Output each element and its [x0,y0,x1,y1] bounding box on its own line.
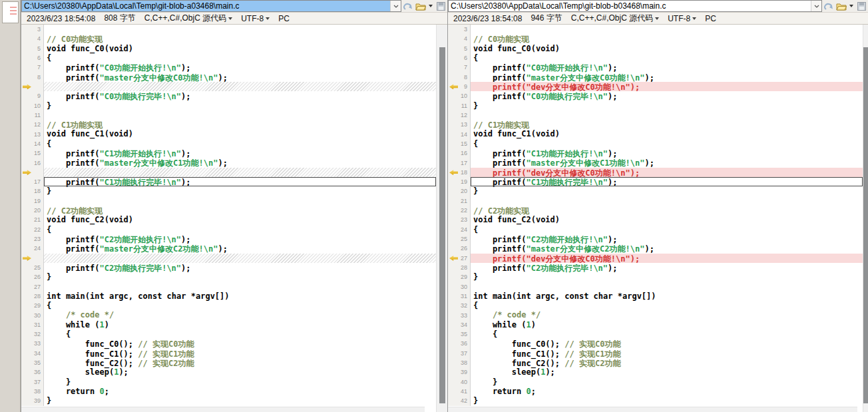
code-line[interactable]: 32{ [448,301,863,310]
left-path-combobox[interactable]: C:\Users\20380\AppData\Local\Temp\git-bl… [21,0,401,12]
code-line[interactable]: 37 } [21,377,436,387]
left-path-dropdown-button[interactable] [390,1,401,11]
code-line[interactable]: 10 printf("C0功能执行完毕!\n"); [448,91,863,101]
right-filetype-dropdown[interactable]: C,C++,C#,ObjC 源代码 [571,13,659,24]
left-code-editor[interactable]: 34// C0功能实现5void func_C0(void)6{7 printf… [21,25,436,412]
code-line[interactable]: 8 printf("master分支中修改C0功能!\n"); [21,73,436,82]
code-line[interactable]: 39 sleep(1); [448,367,863,377]
code-line[interactable]: 11} [448,101,863,110]
code-line[interactable]: 26} [21,272,436,282]
alignment-gap-row[interactable] [21,82,436,91]
code-line[interactable]: 26 printf("master分支中修改C2功能!\n"); [448,244,863,253]
code-line[interactable]: 42} [448,396,863,405]
code-line[interactable]: 21void func_C2(void) [21,215,436,224]
code-line[interactable]: 15{ [448,139,863,148]
swap-panes-button[interactable] [403,1,413,11]
alignment-gap-row[interactable] [21,254,436,263]
right-horizontal-scrollbar[interactable] [448,407,857,412]
right-path-combobox[interactable]: C:\Users\20380\AppData\Local\Temp\git-bl… [448,0,822,12]
code-line[interactable]: 40 } [448,377,863,387]
code-line[interactable]: 29{ [21,301,436,310]
code-line[interactable]: 3 [448,25,863,34]
code-line[interactable]: 27 [21,282,436,291]
swap-panes-button[interactable] [823,1,834,11]
code-line[interactable]: 35 { [448,329,863,339]
browse-file-button[interactable] [836,1,847,11]
code-line[interactable]: 6{ [448,53,863,63]
code-line[interactable]: 15 printf("C1功能开始执行!\n"); [21,148,436,158]
save-file-button[interactable] [435,1,446,11]
right-path-dropdown-button[interactable] [811,1,821,11]
minimap-diff-mark[interactable] [10,7,17,8]
code-line[interactable]: 24 printf("master分支中修改C2功能!\n"); [21,244,436,253]
code-line[interactable]: 23void func_C2(void) [448,215,863,224]
code-line[interactable]: 14{ [21,139,436,148]
browse-menu-button[interactable] [849,1,854,11]
code-line[interactable]: 18} [21,186,436,196]
code-line[interactable]: 16 printf("C1功能开始执行!\n"); [448,148,863,158]
code-line[interactable]: 28 printf("C2功能执行完毕!\n"); [448,263,863,272]
code-line[interactable]: 25 printf("C2功能执行完毕!\n"); [21,263,436,272]
code-line[interactable]: 28int main(int argc, const char *argv[]) [21,292,436,301]
minimap-diff-mark[interactable] [10,10,17,11]
browse-menu-button[interactable] [428,1,433,11]
right-file-path[interactable]: C:\Users\20380\AppData\Local\Temp\git-bl… [449,1,811,11]
code-line[interactable]: 5void func_C0(void) [448,44,863,53]
code-line[interactable]: 13void func_C1(void) [21,129,436,138]
code-line[interactable]: 22// C2功能实现 [448,206,863,215]
left-encoding-dropdown[interactable]: UTF-8 [241,14,270,23]
left-file-path[interactable]: C:\Users\20380\AppData\Local\Temp\git-bl… [22,1,390,11]
diff-line[interactable]: 18 printf("dev分支中修改C0功能!\n"); [448,168,863,177]
code-line[interactable]: 11 [21,110,436,120]
code-line[interactable]: 17 printf("C1功能执行完毕!\n"); [21,177,436,186]
browse-file-button[interactable] [415,1,426,11]
code-line[interactable]: 10} [21,101,436,110]
code-line[interactable]: 19 [21,196,436,206]
diff-line[interactable]: 9 printf("dev分支中修改C0功能!\n"); [448,82,863,91]
code-line[interactable]: 14void func_C1(void) [448,129,863,138]
code-line[interactable]: 16 printf("master分支中修改C1功能!\n"); [21,158,436,167]
code-line[interactable]: 33 /* code */ [448,310,863,319]
code-line[interactable]: 35 func_C2(); // 实现C2功能 [21,358,436,367]
code-line[interactable]: 7 printf("C0功能开始执行!\n"); [21,63,436,72]
code-line[interactable]: 12 [448,110,863,120]
code-line[interactable]: 25 printf("C2功能开始执行!\n"); [448,234,863,244]
code-line[interactable]: 38 func_C2(); // 实现C2功能 [448,358,863,367]
code-line[interactable]: 36 sleep(1); [21,367,436,377]
code-line[interactable]: 21 [448,196,863,206]
code-line[interactable]: 6{ [21,53,436,63]
code-line[interactable]: 17 printf("master分支中修改C1功能!\n"); [448,158,863,167]
right-code-editor[interactable]: 34// C0功能实现5void func_C0(void)6{7 printf… [448,25,863,412]
code-line[interactable]: 9 printf("C0功能执行完毕!\n"); [21,91,436,101]
alignment-gap-row[interactable] [21,168,436,177]
code-line[interactable]: 24{ [448,225,863,234]
right-scrollbar-thumb[interactable] [863,47,868,403]
code-line[interactable]: 31 while (1) [21,320,436,329]
code-line[interactable]: 33 func_C0(); // 实现C0功能 [21,339,436,348]
left-filetype-dropdown[interactable]: C,C++,C#,ObjC 源代码 [144,13,232,24]
left-horizontal-scrollbar[interactable] [21,407,425,412]
code-line[interactable]: 20} [448,186,863,196]
code-line[interactable]: 13// C1功能实现 [448,120,863,129]
code-line[interactable]: 23 printf("C2功能开始执行!\n"); [21,234,436,244]
right-encoding-dropdown[interactable]: UTF-8 [668,14,696,23]
code-line[interactable]: 4// C0功能实现 [448,34,863,43]
code-line[interactable]: 3 [21,25,436,34]
code-line[interactable]: 5void func_C0(void) [21,44,436,53]
left-vertical-scrollbar[interactable] [436,25,447,412]
code-line[interactable]: 32 { [21,329,436,339]
code-line[interactable]: 4// C0功能实现 [21,34,436,43]
code-line[interactable]: 31int main(int argc, const char *argv[]) [448,292,863,301]
code-line[interactable]: 41 return 0; [448,387,863,396]
code-line[interactable]: 30 [448,282,863,291]
code-line[interactable]: 20// C2功能实现 [21,206,436,215]
left-scrollbar-thumb[interactable] [439,47,445,403]
code-line[interactable]: 22{ [21,225,436,234]
code-line[interactable]: 34 func_C1(); // 实现C1功能 [21,349,436,358]
right-vertical-scrollbar[interactable] [863,25,868,412]
code-line[interactable]: 37 func_C1(); // 实现C1功能 [448,349,863,358]
code-line[interactable]: 19 printf("C1功能执行完毕!\n"); [448,177,863,186]
code-line[interactable]: 39} [21,396,436,405]
code-line[interactable]: 38 return 0; [21,387,436,396]
code-line[interactable]: 30 /* code */ [21,310,436,319]
